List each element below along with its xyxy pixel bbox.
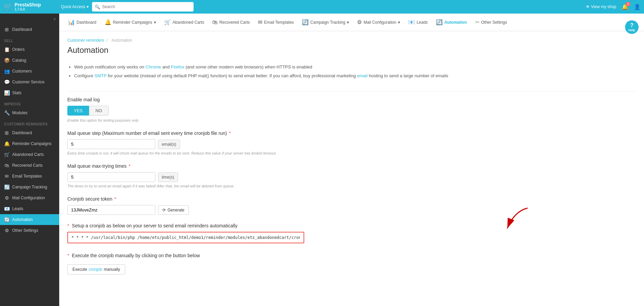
tab-recovered-carts[interactable]: 🛍 Recovered Carts — [209, 17, 253, 27]
tab-mail-configuration[interactable]: ⚙ Mail Configuration ▾ — [354, 17, 403, 27]
sidebar-item-leads[interactable]: 📧 Leads — [0, 203, 59, 214]
notifications-btn[interactable]: 🔔 2 — [622, 4, 628, 10]
catalog-icon: 📦 — [4, 58, 9, 63]
tab-campaign-tracking-icon: 🔄 — [302, 19, 309, 25]
refresh-icon: ⟳ — [162, 208, 166, 212]
execute-cronjob-btn[interactable]: Execute cronjob manually — [67, 264, 125, 274]
tab-automation-icon: 🔄 — [436, 19, 443, 25]
tab-automation[interactable]: 🔄 Automation — [432, 17, 470, 27]
mail-queue-max-hint: The times to try to send an email again … — [67, 184, 636, 188]
chevron-down-icon: ▾ — [154, 20, 156, 25]
help-icon: ? — [630, 22, 634, 28]
sidebar-item-campaign-tracking[interactable]: 🔄 Campaign Tracking — [0, 182, 59, 192]
view-shop-btn[interactable]: 👁 View my shop — [586, 4, 616, 9]
orders-icon: 📋 — [4, 47, 9, 52]
cronjob-token-input-row: ⟳ Generate — [67, 205, 636, 215]
breadcrumb-separator: / — [107, 38, 108, 43]
cronjob-setup-label: * Setup a cronjob as below on your serve… — [67, 223, 636, 228]
sidebar-item-automation[interactable]: 🔄 Automation — [0, 214, 59, 225]
mail-queue-step-required: * — [229, 130, 230, 136]
tab-abandoned-carts[interactable]: 🛒 Abandoned Carts — [161, 17, 207, 27]
mail-queue-max-required: * — [129, 163, 130, 169]
toggle-no-btn[interactable]: NO — [89, 106, 109, 116]
quick-access-btn[interactable]: Quick Access ▾ — [61, 4, 89, 9]
modules-icon: 🔧 — [4, 110, 9, 116]
abandoned-carts-icon: 🛒 — [4, 152, 9, 157]
sidebar-section-customer-reminders: CUSTOMER REMINDERS — [0, 118, 59, 127]
sidebar-collapse-btn[interactable]: « — [53, 16, 56, 21]
tab-reminder-campaigns-icon: 🔔 — [105, 19, 111, 25]
smtp-link[interactable]: SMTP — [94, 73, 107, 78]
tab-recovered-carts-icon: 🛍 — [212, 19, 218, 25]
automation-icon: 🔄 — [4, 217, 9, 222]
sidebar-item-customers[interactable]: 👥 Customers — [0, 66, 59, 77]
user-btn[interactable]: 👤 — [634, 4, 641, 10]
sidebar-item-orders[interactable]: 📋 Orders — [0, 44, 59, 55]
sidebar-item-email-templates[interactable]: ✉ Email Templates — [0, 171, 59, 182]
generate-btn[interactable]: ⟳ Generate — [158, 205, 189, 215]
cronjob-token-input[interactable] — [67, 205, 155, 215]
cronjob-token-required: * — [114, 196, 116, 202]
sidebar-section-sell: SELL — [0, 35, 59, 44]
app-version: 1.7.6.0 — [15, 7, 41, 11]
info-bullet-1: Web push notification only works on Chro… — [74, 64, 636, 70]
customer-service-icon: 💬 — [4, 79, 9, 85]
execute-cronjob-label: * Execute the cronjob manually by clicki… — [67, 253, 636, 258]
email-hosting-link[interactable]: email — [357, 73, 368, 78]
breadcrumb-parent[interactable]: Customer reminders — [67, 38, 104, 43]
mail-queue-max-input[interactable] — [67, 172, 155, 182]
search-icon: 🔍 — [95, 4, 100, 9]
sidebar-item-catalog[interactable]: 📦 Catalog — [0, 55, 59, 66]
tab-email-templates[interactable]: ✉ Email Templates — [254, 17, 297, 27]
tab-abandoned-carts-icon: 🛒 — [164, 19, 171, 25]
search-input[interactable] — [102, 4, 191, 9]
top-bar: 🛒 PrestaShop 1.7.6.0 Quick Access ▾ 🔍 👁 … — [0, 0, 644, 14]
sidebar-item-dashboard[interactable]: ⊞ Dashboard — [0, 24, 59, 35]
sidebar-item-modules[interactable]: 🔧 Modules — [0, 107, 59, 118]
cronjob-link[interactable]: cronjob — [89, 267, 102, 272]
toggle-yes-btn[interactable]: YES — [67, 106, 89, 116]
campaign-tracking-icon: 🔄 — [4, 184, 9, 190]
chevron-down-icon-2: ▾ — [347, 20, 349, 25]
recovered-carts-icon: 🛍 — [4, 163, 9, 168]
sidebar-item-abandoned-carts[interactable]: 🛒 Abandoned Carts — [0, 149, 59, 160]
tab-leads[interactable]: 📧 Leads — [405, 17, 431, 27]
sidebar-item-cr-dashboard[interactable]: ⊞ Dashboard — [0, 127, 59, 138]
sidebar-item-other-settings[interactable]: ⚙ Other Settings — [0, 225, 59, 236]
tab-dashboard[interactable]: 📊 Dashboard — [65, 17, 100, 27]
sidebar-item-recovered-carts[interactable]: 🛍 Recovered Carts — [0, 160, 59, 171]
cronjob-command-input[interactable] — [67, 232, 304, 243]
customers-icon: 👥 — [4, 68, 9, 74]
eye-icon: 👁 — [586, 4, 590, 9]
chrome-link[interactable]: Chrome — [146, 64, 161, 69]
toggle-group: YES NO — [67, 106, 636, 116]
mail-queue-max-section: Mail queue max-trying times * time(s) Th… — [67, 163, 636, 188]
arrow-container — [67, 232, 636, 245]
enable-mail-log-label: Enable mail log — [67, 97, 636, 102]
sidebar-item-stats[interactable]: 📊 Stats — [0, 87, 59, 98]
tab-other-settings-icon: ✂ — [475, 19, 480, 25]
tab-reminder-campaigns[interactable]: 🔔 Reminder Campaigns ▾ — [101, 17, 159, 27]
tab-campaign-tracking[interactable]: 🔄 Campaign Tracking ▾ — [298, 17, 352, 27]
tab-other-settings[interactable]: ✂ Other Settings — [472, 17, 511, 27]
chevron-down-icon-3: ▾ — [398, 20, 400, 25]
mail-queue-step-input[interactable] — [67, 139, 155, 149]
cronjob-token-label: Cronjob secure token * — [67, 196, 636, 202]
divider-1 — [67, 91, 636, 91]
tab-email-templates-icon: ✉ — [258, 19, 262, 25]
mail-queue-step-input-row: email(s) — [67, 139, 636, 149]
sidebar-item-mail-configuration[interactable]: ⚙ Mail Configuration — [0, 192, 59, 203]
sidebar-section-improve: IMPROVE — [0, 98, 59, 107]
sidebar-item-customer-service[interactable]: 💬 Customer Service — [0, 77, 59, 87]
mail-queue-step-label: Mail queue step (Maximum number of email… — [67, 130, 636, 136]
enable-mail-log-hint: Enable this option for testing purposes … — [67, 118, 636, 122]
enable-mail-log-section: Enable mail log YES NO Enable this optio… — [67, 97, 636, 122]
help-btn[interactable]: ? Help — [625, 20, 639, 34]
dashboard-icon: ⊞ — [4, 27, 9, 32]
top-bar-right: 👁 View my shop 🔔 2 👤 — [586, 4, 641, 10]
notification-badge: 2 — [626, 2, 630, 6]
other-settings-icon: ⚙ — [4, 228, 9, 233]
firefox-link[interactable]: Firefox — [171, 64, 184, 69]
leads-icon: 📧 — [4, 206, 9, 211]
sidebar-item-reminder-campaigns[interactable]: 🔔 Reminder Campaigns — [0, 138, 59, 149]
